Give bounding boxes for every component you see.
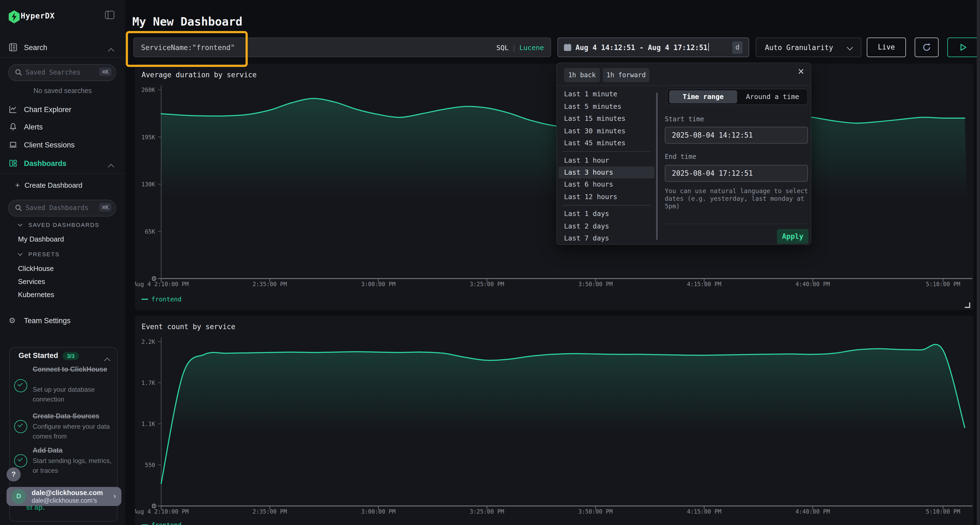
get-started-item-title[interactable]: Add Data <box>33 446 115 455</box>
svg-text:3:50:00 PM: 3:50:00 PM <box>578 508 612 515</box>
get-started-item-title[interactable]: Create Data Sources <box>33 411 115 421</box>
event-count-chart: 05501.1K1.7K2.2KAug 4 2:10:00 PM2:35:00 … <box>135 316 974 521</box>
app-window: HyperDX Search Saved Searches ⌘K No save… <box>0 0 980 525</box>
chevron-up-icon[interactable] <box>108 48 115 54</box>
svg-text:3:25:00 PM: 3:25:00 PM <box>470 281 504 287</box>
divider <box>663 224 808 224</box>
sidebar-item-chart-explorer[interactable]: Chart Explorer <box>0 103 125 117</box>
granularity-value: Auto Granularity <box>765 43 833 52</box>
svg-text:4:15:00 PM: 4:15:00 PM <box>687 281 721 287</box>
calendar-icon <box>563 43 572 54</box>
section-saved-dashboards[interactable]: SAVED DASHBOARDS <box>19 221 99 228</box>
chevron-right-icon: › <box>113 491 116 500</box>
sidebar-item-label: Alerts <box>24 123 43 131</box>
time-option-selected[interactable]: Last 3 hours <box>558 167 654 178</box>
check-circle-icon <box>14 379 27 392</box>
refresh-button[interactable] <box>915 38 939 57</box>
start-time-field[interactable]: 2025-08-04 14:12:51 <box>665 127 808 144</box>
dashboard-link-my-dashboard[interactable]: My Dashboard <box>18 235 64 243</box>
granularity-select[interactable]: Auto Granularity <box>756 38 861 57</box>
svg-text:65K: 65K <box>145 228 155 235</box>
svg-text:3:00:00 PM: 3:00:00 PM <box>361 508 396 515</box>
end-time-field[interactable]: 2025-08-04 17:12:51 <box>665 165 808 182</box>
shift-forward-button[interactable]: 1h forward <box>603 68 649 82</box>
sql-toggle[interactable]: SQL <box>496 43 509 52</box>
time-option[interactable]: Last 5 minutes <box>558 101 654 113</box>
time-option[interactable]: Last 45 minutes <box>558 137 654 149</box>
chart-panel-event-count[interactable]: Event count by service 05501.1K1.7K2.2KA… <box>135 316 974 525</box>
close-icon[interactable]: × <box>798 65 804 78</box>
page-title: My New Dashboard <box>132 15 243 28</box>
page-scrollbar[interactable] <box>977 0 980 525</box>
tab-around-a-time[interactable]: Around a time <box>738 90 807 103</box>
start-time-label: Start time <box>665 115 704 123</box>
chevron-up-icon[interactable] <box>108 164 115 170</box>
section-presets[interactable]: PRESETS <box>19 251 60 257</box>
svg-text:1.1K: 1.1K <box>141 421 155 427</box>
collapse-sidebar-icon[interactable] <box>105 11 115 19</box>
resize-handle[interactable] <box>965 303 970 308</box>
scrollbar-thumb[interactable] <box>656 92 658 240</box>
sidebar-item-client-sessions[interactable]: Client Sessions <box>0 138 125 152</box>
apply-button[interactable]: Apply <box>777 229 808 244</box>
chart-legend[interactable]: frontend <box>142 295 181 303</box>
sidebar: HyperDX Search Saved Searches ⌘K No save… <box>0 0 126 525</box>
sidebar-item-search[interactable]: Search <box>0 41 125 55</box>
preset-link-kubernetes[interactable]: Kubernetes <box>18 290 54 299</box>
create-dashboard-button[interactable]: + Create Dashboard <box>0 178 125 193</box>
query-input[interactable]: ServiceName:"frontend" SQL|Lucene <box>134 38 551 57</box>
search-icon <box>15 68 22 78</box>
get-started-title: Get Started <box>19 351 58 360</box>
time-option[interactable]: Last 1 hour <box>558 154 654 167</box>
play-button[interactable] <box>947 38 978 57</box>
toggle-divider: | <box>509 43 519 52</box>
preset-link-services[interactable]: Services <box>18 278 45 285</box>
time-option[interactable]: Last 6 hours <box>558 178 654 190</box>
preset-link-clickhouse[interactable]: ClickHouse <box>18 265 54 273</box>
brand-name: HyperDX <box>21 11 55 20</box>
main-content: My New Dashboard ServiceName:"frontend" … <box>125 0 980 525</box>
live-button[interactable]: Live <box>867 38 906 57</box>
saved-dashboards-input[interactable]: Saved Dashboards ⌘K <box>8 200 116 217</box>
text-cursor <box>708 43 709 51</box>
legend-line-swatch <box>142 299 148 300</box>
chart-panel-avg-duration[interactable]: Average duration by service 065K130K195K… <box>135 63 974 310</box>
time-option[interactable]: Last 14 days <box>558 243 654 245</box>
sidebar-item-team-settings[interactable]: ⚙ Team Settings <box>0 314 125 328</box>
chevron-up-icon[interactable] <box>104 358 111 364</box>
divider <box>0 57 125 58</box>
progress-badge: 3/3 <box>63 352 79 360</box>
time-option[interactable]: Last 30 minutes <box>558 125 654 137</box>
help-button[interactable]: ? <box>6 467 21 482</box>
time-option[interactable]: Last 1 minute <box>558 88 654 100</box>
saved-searches-input[interactable]: Saved Searches ⌘K <box>8 64 116 81</box>
natural-language-hint: You can use natural language to select d… <box>665 187 811 210</box>
hyperdx-logo-icon <box>8 10 20 25</box>
svg-text:5:10:00 PM: 5:10:00 PM <box>926 281 960 287</box>
sidebar-item-alerts[interactable]: Alerts <box>0 120 125 134</box>
time-option[interactable]: Last 1 days <box>558 208 654 220</box>
time-option[interactable]: Last 2 days <box>558 220 654 232</box>
duration-badge: d <box>732 41 743 54</box>
saved-searches-placeholder: Saved Searches <box>25 68 81 76</box>
user-menu[interactable]: D dale@clickhouse.com dale@clickhouse.co… <box>6 487 121 506</box>
shift-back-button[interactable]: 1h back <box>564 68 600 82</box>
chart-legend[interactable]: frontend <box>142 521 181 525</box>
chevron-down-icon <box>18 222 22 227</box>
avatar: D <box>11 489 26 504</box>
lucene-toggle[interactable]: Lucene <box>519 43 544 52</box>
sidebar-item-label: Team Settings <box>24 317 70 325</box>
get-started-item-title[interactable]: Connect to ClickHouse <box>33 365 115 374</box>
sidebar-item-dashboards[interactable]: Dashboards <box>0 157 125 171</box>
get-started-item-desc: Start sending logs, metrics, or traces <box>33 456 115 476</box>
time-range-input[interactable]: Aug 4 14:12:51 - Aug 4 17:12:51 d <box>557 38 749 57</box>
shortcut-badge: ⌘K <box>99 67 111 76</box>
gear-icon: ⚙ <box>9 316 18 325</box>
chevron-down-icon <box>847 44 853 51</box>
tab-time-range[interactable]: Time range <box>669 90 737 103</box>
get-started-item-desc: Set up your database connection <box>33 385 115 404</box>
time-option[interactable]: Last 15 minutes <box>558 113 654 125</box>
divider <box>562 151 651 152</box>
time-option[interactable]: Last 12 hours <box>558 191 654 203</box>
search-icon <box>15 204 22 214</box>
